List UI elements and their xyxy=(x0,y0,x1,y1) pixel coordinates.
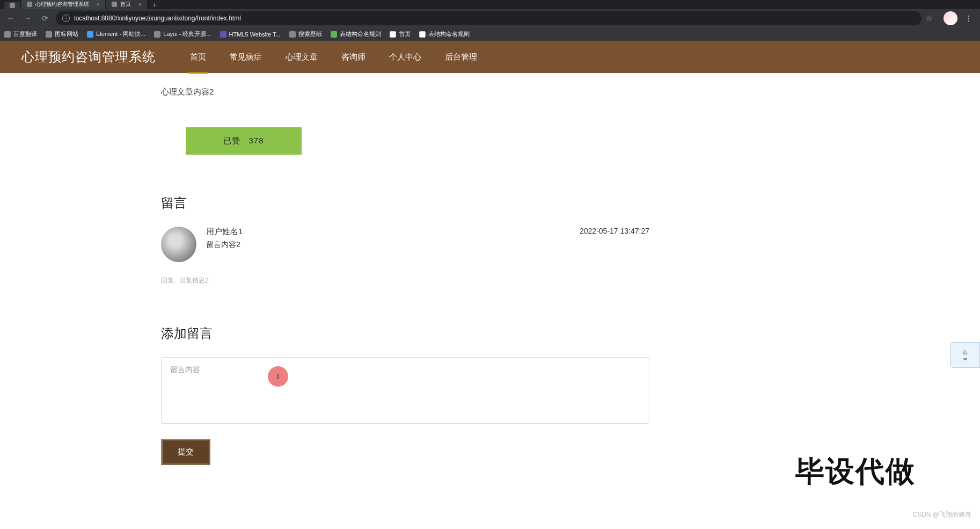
article-content: 心理文章内容2 xyxy=(161,87,649,97)
close-icon[interactable]: × xyxy=(138,2,142,8)
user-avatar[interactable] xyxy=(161,227,196,262)
url-input[interactable]: i localhost:8080/xinliyuyuezixunguanlixi… xyxy=(56,11,922,25)
bookmark-item[interactable]: 表结构命名规则 xyxy=(331,30,381,38)
bookmark-item[interactable]: 表结构命名规则 xyxy=(419,30,470,38)
browser-tab[interactable]: 首页 × xyxy=(106,0,147,9)
bookmark-icon xyxy=(419,31,426,38)
bookmark-icon xyxy=(46,31,52,38)
tab-title: 心理预约咨询管理系统 xyxy=(35,1,89,8)
bookmark-item[interactable]: 百度翻译 xyxy=(4,30,37,38)
nav-profile[interactable]: 个人中心 xyxy=(387,42,423,72)
site-logo[interactable]: 心理预约咨询管理系统 xyxy=(21,48,156,66)
like-count: 378 xyxy=(249,136,264,145)
bookmark-item[interactable]: 首页 xyxy=(390,30,411,38)
comment-item: 用户姓名1 留言内容2 2022-05-17 13:47:27 xyxy=(161,227,649,262)
nav-symptoms[interactable]: 常见病症 xyxy=(228,42,264,72)
ime-toggle[interactable]: 英 ⇄ xyxy=(950,342,980,368)
bookmark-icon xyxy=(87,31,93,38)
bookmarks-bar: 百度翻译 图标网站 Element - 网站快... Layui - 经典开源.… xyxy=(0,27,980,41)
submit-button[interactable]: 提交 xyxy=(161,439,210,465)
back-button[interactable]: ← xyxy=(4,12,17,25)
comments-title: 留言 xyxy=(161,194,649,212)
add-comment-title: 添加留言 xyxy=(161,325,649,342)
bookmark-icon xyxy=(331,31,337,38)
bookmark-icon xyxy=(289,31,296,38)
comment-reply: 回复: 回复信息2 xyxy=(161,276,649,285)
bookmark-icon xyxy=(390,31,396,38)
bookmark-item[interactable]: Element - 网站快... xyxy=(87,30,145,38)
reload-button[interactable]: ⟳ xyxy=(39,12,52,25)
forward-button[interactable]: → xyxy=(21,12,34,25)
browser-tab[interactable] xyxy=(4,2,20,9)
new-tab-button[interactable]: + xyxy=(148,1,161,9)
nav-articles[interactable]: 心理文章 xyxy=(283,42,320,72)
profile-avatar[interactable] xyxy=(944,11,957,25)
browser-tab-strip: 心理预约咨询管理系统 × 首页 × + xyxy=(0,0,980,9)
nav-counselors[interactable]: 咨询师 xyxy=(339,42,368,72)
tab-favicon xyxy=(112,2,117,7)
bookmark-icon xyxy=(220,31,226,38)
comment-textarea[interactable] xyxy=(170,365,640,414)
tab-title: 首页 xyxy=(120,1,131,8)
site-info-icon[interactable]: i xyxy=(62,15,70,22)
close-icon[interactable]: × xyxy=(97,2,100,8)
tab-favicon xyxy=(10,3,15,8)
bookmark-item[interactable]: Layui - 经典开源... xyxy=(154,30,211,38)
comment-timestamp: 2022-05-17 13:47:27 xyxy=(580,227,649,235)
site-header: 心理预约咨询管理系统 首页 常见病症 心理文章 咨询师 个人中心 后台管理 xyxy=(0,41,980,73)
comment-text: 留言内容2 xyxy=(206,240,649,250)
nav-admin[interactable]: 后台管理 xyxy=(443,42,479,72)
bookmark-icon xyxy=(4,31,11,38)
like-label: 已赞 xyxy=(223,136,240,145)
site-nav: 首页 常见病症 心理文章 咨询师 个人中心 后台管理 xyxy=(188,42,479,72)
tab-favicon xyxy=(27,2,32,7)
comment-input-container: I xyxy=(161,357,649,424)
browser-menu-icon[interactable]: ⋮ xyxy=(962,14,976,23)
bookmark-item[interactable]: HTML5 Website T... xyxy=(220,31,281,38)
cursor-indicator-icon: I xyxy=(268,366,288,387)
browser-tab-active[interactable]: 心理预约咨询管理系统 × xyxy=(21,0,105,9)
url-text: localhost:8080/xinliyuyuezixunguanlixito… xyxy=(74,15,241,22)
bookmark-item[interactable]: 图标网站 xyxy=(46,30,78,38)
like-button[interactable]: 已赞 378 xyxy=(186,127,302,155)
address-bar: ← → ⟳ i localhost:8080/xinliyuyuezixungu… xyxy=(0,9,980,27)
bookmark-icon xyxy=(154,31,160,38)
bookmark-item[interactable]: 搜索壁纸 xyxy=(289,30,322,38)
bookmark-star-icon[interactable]: ☆ xyxy=(926,14,933,23)
watermark-text: 毕设代做 xyxy=(795,452,916,487)
nav-home[interactable]: 首页 xyxy=(188,42,208,72)
